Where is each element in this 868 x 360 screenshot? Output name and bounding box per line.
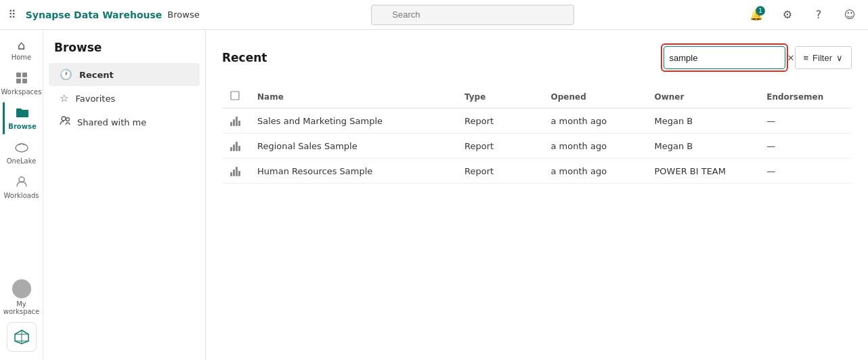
svg-rect-0 xyxy=(16,73,21,77)
svg-point-9 xyxy=(66,118,70,121)
svg-rect-3 xyxy=(22,79,27,83)
search-highlight-box: ✕ xyxy=(661,43,788,72)
browse-nav-shared[interactable]: Shared with me xyxy=(49,111,200,134)
grid-menu-icon[interactable]: ⠿ xyxy=(8,8,16,21)
svg-rect-2 xyxy=(16,79,21,83)
content-header: Recent ✕ ≡ Filter ∨ xyxy=(222,43,852,72)
main-layout: ⌂ Home Workspaces Browse xyxy=(0,30,868,360)
shared-icon xyxy=(60,116,70,128)
row2-endorsement: — xyxy=(758,134,852,159)
svg-point-4 xyxy=(16,144,28,152)
topbar-browse-link[interactable]: Browse xyxy=(167,9,199,20)
svg-rect-1 xyxy=(22,73,27,77)
sidebar-item-browse[interactable]: Browse xyxy=(3,102,41,134)
filter-button[interactable]: ≡ Filter ∨ xyxy=(795,46,852,69)
row2-chart-icon xyxy=(230,140,241,151)
row3-type: Report xyxy=(456,159,543,184)
help-button[interactable]: ? xyxy=(808,5,829,25)
browse-nav-favorites[interactable]: ☆ Favorites xyxy=(49,87,200,110)
row3-name[interactable]: Human Resources Sample xyxy=(249,159,456,184)
brand-name: Synapse Data Warehouse xyxy=(26,9,162,20)
row2-name[interactable]: Regional Sales Sample xyxy=(249,134,456,159)
browse-sidebar-title: Browse xyxy=(43,41,205,62)
topbar-search-container: 🔍 xyxy=(371,5,574,25)
row3-endorsement: — xyxy=(758,159,852,184)
notifications-button[interactable]: 🔔 1 xyxy=(746,5,766,25)
row1-chart-icon xyxy=(230,115,241,126)
browse-sidebar: Browse 🕐 Recent ☆ Favorites Shared with … xyxy=(43,30,206,360)
row3-icon-cell xyxy=(222,159,249,184)
clear-search-icon[interactable]: ✕ xyxy=(787,53,795,63)
col-name-header[interactable]: Name xyxy=(249,85,456,108)
row1-opened: a month ago xyxy=(543,108,647,134)
row3-owner: POWER BI TEAM xyxy=(647,159,759,184)
row1-owner: Megan B xyxy=(647,108,759,134)
row2-type: Report xyxy=(456,134,543,159)
topbar-search-wrap: 🔍 xyxy=(207,5,739,25)
sidebar-bottom: My workspace xyxy=(0,275,43,355)
workloads-icon xyxy=(15,176,28,190)
topbar-brand: Synapse Data Warehouse Browse xyxy=(26,9,200,20)
browse-nav-shared-label: Shared with me xyxy=(77,117,146,127)
svg-point-6 xyxy=(19,285,24,289)
row1-type: Report xyxy=(456,108,543,134)
col-owner-header[interactable]: Owner xyxy=(647,85,759,108)
user-button[interactable]: ☺ xyxy=(840,5,860,25)
browse-nav-recent[interactable]: 🕐 Recent xyxy=(49,63,200,86)
content-section-title: Recent xyxy=(222,51,267,64)
table-row: Sales and Marketing Sample Report a mont… xyxy=(222,108,852,134)
fabric-badge[interactable] xyxy=(7,322,37,352)
recent-table: Name Type Opened Owner Endorsemen xyxy=(222,85,852,184)
content-search-input[interactable] xyxy=(670,53,783,63)
header-right: ✕ ≡ Filter ∨ xyxy=(661,43,852,72)
col-opened-header[interactable]: Opened xyxy=(543,85,647,108)
workspaces-icon xyxy=(16,72,28,86)
sidebar-item-home[interactable]: ⌂ Home xyxy=(3,35,41,65)
col-icon-header xyxy=(222,85,249,108)
content-area: Recent ✕ ≡ Filter ∨ xyxy=(206,30,868,360)
notification-badge: 1 xyxy=(756,6,765,16)
table-row: Regional Sales Sample Report a month ago… xyxy=(222,134,852,159)
my-workspace-avatar xyxy=(12,279,31,298)
row3-opened: a month ago xyxy=(543,159,647,184)
row1-endorsement: — xyxy=(758,108,852,134)
row2-owner: Megan B xyxy=(647,134,759,159)
sidebar-icons: ⌂ Home Workspaces Browse xyxy=(0,30,43,360)
content-search-box[interactable]: ✕ xyxy=(664,46,785,69)
col-type-header[interactable]: Type xyxy=(456,85,543,108)
col-endorsement-header[interactable]: Endorsemen xyxy=(758,85,852,108)
onelake-icon xyxy=(15,141,28,155)
browse-nav-recent-label: Recent xyxy=(79,70,114,80)
sidebar-item-onelake[interactable]: OneLake xyxy=(3,137,41,169)
filter-label: Filter xyxy=(812,53,832,63)
svg-point-8 xyxy=(62,117,66,121)
topbar: ⠿ Synapse Data Warehouse Browse 🔍 🔔 1 ⚙ … xyxy=(0,0,868,30)
sidebar-item-my-workspace[interactable]: My workspace xyxy=(3,275,41,319)
row2-icon-cell xyxy=(222,134,249,159)
row3-chart-icon xyxy=(230,165,241,176)
table-row: Human Resources Sample Report a month ag… xyxy=(222,159,852,184)
row2-opened: a month ago xyxy=(543,134,647,159)
filter-icon: ≡ xyxy=(804,53,809,63)
browse-icon xyxy=(16,106,29,121)
browse-nav-favorites-label: Favorites xyxy=(75,94,115,104)
row1-name[interactable]: Sales and Marketing Sample xyxy=(249,108,456,134)
filter-chevron-icon: ∨ xyxy=(836,53,843,63)
sidebar-item-workspaces[interactable]: Workspaces xyxy=(3,68,41,100)
table-header-row: Name Type Opened Owner Endorsemen xyxy=(222,85,852,108)
row1-icon-cell xyxy=(222,108,249,134)
favorites-icon: ☆ xyxy=(60,92,68,104)
topbar-search-input[interactable] xyxy=(371,5,574,25)
svg-rect-10 xyxy=(231,92,239,100)
topbar-right: 🔔 1 ⚙ ? ☺ xyxy=(746,5,860,25)
sidebar-item-workloads[interactable]: Workloads xyxy=(3,172,41,203)
recent-icon: 🕐 xyxy=(60,68,72,81)
home-icon: ⌂ xyxy=(18,39,25,52)
settings-button[interactable]: ⚙ xyxy=(777,5,798,25)
